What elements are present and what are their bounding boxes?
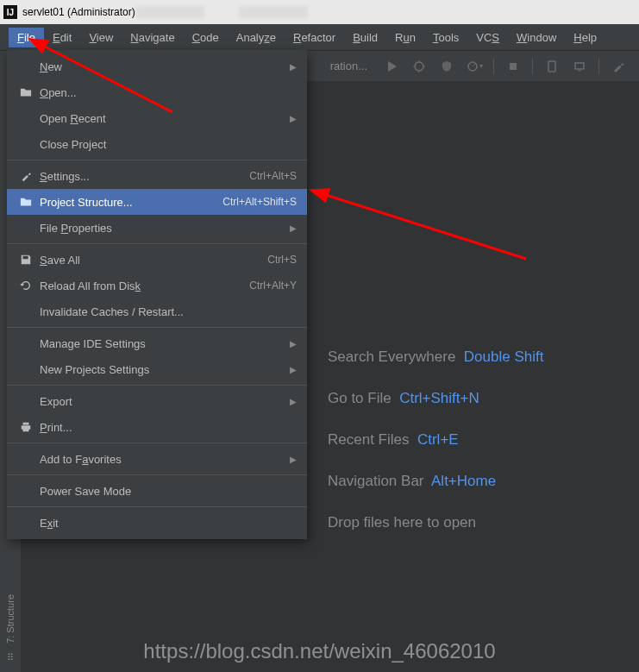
- menu-navigate[interactable]: Navigate: [122, 28, 183, 47]
- debug-icon[interactable]: [409, 56, 429, 77]
- menu-run[interactable]: Run: [386, 28, 424, 47]
- menu-item-label: Exit: [40, 517, 297, 530]
- menu-file[interactable]: File: [9, 28, 44, 47]
- config-tail: ration...: [330, 60, 367, 72]
- submenu-arrow-icon: ▶: [290, 365, 297, 374]
- menu-item[interactable]: Power Save Mode: [7, 478, 307, 504]
- menu-item-label: Settings...: [40, 170, 249, 183]
- svg-rect-3: [548, 61, 555, 72]
- titlebar: IJ servlet01 (Administrator): [0, 0, 639, 24]
- sidebar-dots-icon[interactable]: ⠿: [7, 652, 14, 663]
- menu-item-shortcut: Ctrl+Alt+Shift+S: [222, 196, 297, 208]
- menu-item-label: Open Recent: [40, 112, 290, 125]
- menu-item[interactable]: Export▶: [7, 388, 307, 414]
- menu-item[interactable]: Exit: [7, 510, 307, 536]
- menu-item[interactable]: Open...: [7, 79, 307, 105]
- menu-item[interactable]: New Projects Settings▶: [7, 356, 307, 382]
- menu-item[interactable]: Manage IDE Settings▶: [7, 330, 307, 356]
- project-name: servlet01: [22, 6, 65, 18]
- menu-item-label: Reload All from Disk: [40, 279, 249, 292]
- menu-item[interactable]: Open Recent▶: [7, 105, 307, 131]
- menu-item-label: Power Save Mode: [40, 485, 297, 498]
- menu-item-label: Close Project: [40, 138, 297, 151]
- structure-tab[interactable]: 7: Structure: [5, 594, 16, 644]
- menu-item-shortcut: Ctrl+S: [267, 254, 297, 266]
- submenu-arrow-icon: ▶: [290, 62, 297, 72]
- menu-item-label: Print...: [40, 421, 297, 434]
- menu-item-label: File Properties: [40, 222, 290, 235]
- wrench-icon[interactable]: [608, 56, 629, 77]
- menu-item-label: New: [40, 60, 290, 73]
- avd-icon[interactable]: [569, 56, 590, 77]
- save-icon: [17, 254, 34, 266]
- menu-build[interactable]: Build: [344, 28, 386, 47]
- hint-row: Search Everywhere Double Shift: [328, 336, 543, 378]
- menu-item[interactable]: Invalidate Caches / Restart...: [7, 298, 307, 324]
- menu-item-label: Add to Favorites: [40, 453, 290, 466]
- hint-key: Double Shift: [464, 349, 544, 365]
- menu-item[interactable]: Close Project: [7, 131, 307, 157]
- menu-item[interactable]: New▶: [7, 53, 307, 79]
- submenu-arrow-icon: ▶: [290, 455, 297, 464]
- hint-row: Go to File Ctrl+Shift+N: [328, 378, 543, 419]
- hint-text: Go to File: [328, 390, 392, 406]
- reload-icon: [17, 279, 34, 292]
- menubar: FileEditViewNavigateCodeAnalyzeRefactorB…: [0, 24, 639, 50]
- hint-row: Recent Files Ctrl+E: [328, 419, 543, 461]
- stop-icon[interactable]: [503, 56, 523, 77]
- coverage-icon[interactable]: [436, 56, 457, 77]
- menu-item[interactable]: Reload All from DiskCtrl+Alt+Y: [7, 273, 307, 298]
- hint-row: Navigation Bar Alt+Home: [328, 461, 543, 502]
- menu-refactor[interactable]: Refactor: [285, 28, 344, 47]
- menu-item-label: Open...: [40, 86, 297, 99]
- menu-item-label: New Projects Settings: [40, 363, 290, 376]
- profile-icon[interactable]: ▾: [464, 56, 485, 77]
- menu-item[interactable]: Add to Favorites▶: [7, 446, 307, 472]
- submenu-arrow-icon: ▶: [290, 114, 297, 123]
- project-icon: [17, 196, 34, 208]
- menu-item-label: Export: [40, 395, 290, 408]
- hint-key: Ctrl+E: [417, 431, 459, 448]
- menu-help[interactable]: Help: [565, 28, 605, 47]
- app-icon: IJ: [3, 5, 17, 19]
- print-icon: [17, 421, 34, 433]
- menu-item-label: Project Structure...: [40, 196, 222, 209]
- welcome-hints: Search Everywhere Double ShiftGo to File…: [328, 336, 543, 543]
- folder-icon: [17, 86, 34, 98]
- wrench-icon: [17, 170, 34, 182]
- file-menu-dropdown: New▶Open...Open Recent▶Close ProjectSett…: [7, 50, 307, 539]
- hint-row: Drop files here to open: [328, 502, 543, 543]
- hint-key: Ctrl+Shift+N: [399, 390, 479, 406]
- device-icon[interactable]: [542, 56, 562, 77]
- svg-rect-2: [510, 63, 517, 70]
- hint-text: Drop files here to open: [328, 514, 476, 531]
- hint-text: Navigation Bar: [328, 473, 424, 489]
- menu-item[interactable]: Settings...Ctrl+Alt+S: [7, 163, 307, 189]
- submenu-arrow-icon: ▶: [290, 223, 297, 233]
- menu-view[interactable]: View: [80, 28, 122, 47]
- svg-rect-4: [575, 63, 584, 69]
- menu-tools[interactable]: Tools: [424, 28, 467, 47]
- menu-edit[interactable]: Edit: [44, 28, 80, 47]
- role-label: (Administrator): [67, 6, 135, 18]
- hint-text: Search Everywhere: [328, 349, 455, 365]
- menu-item[interactable]: Project Structure...Ctrl+Alt+Shift+S: [7, 189, 307, 215]
- menu-code[interactable]: Code: [184, 28, 228, 47]
- menu-vcs[interactable]: VCS: [467, 28, 508, 47]
- submenu-arrow-icon: ▶: [290, 397, 297, 406]
- menu-item-shortcut: Ctrl+Alt+Y: [249, 279, 297, 292]
- hint-key: Alt+Home: [431, 473, 496, 489]
- menu-item-shortcut: Ctrl+Alt+S: [249, 170, 297, 182]
- menu-item[interactable]: Save AllCtrl+S: [7, 247, 307, 273]
- run-icon[interactable]: [381, 56, 402, 77]
- svg-point-0: [415, 62, 423, 71]
- submenu-arrow-icon: ▶: [290, 339, 297, 349]
- menu-window[interactable]: Window: [508, 28, 565, 47]
- menu-item-label: Invalidate Caches / Restart...: [40, 305, 297, 318]
- menu-item-label: Save All: [40, 254, 267, 267]
- menu-item[interactable]: Print...: [7, 414, 307, 440]
- menu-analyze[interactable]: Analyze: [228, 28, 285, 47]
- hint-text: Recent Files: [328, 431, 409, 448]
- menu-item[interactable]: File Properties▶: [7, 215, 307, 241]
- menu-item-label: Manage IDE Settings: [40, 337, 290, 350]
